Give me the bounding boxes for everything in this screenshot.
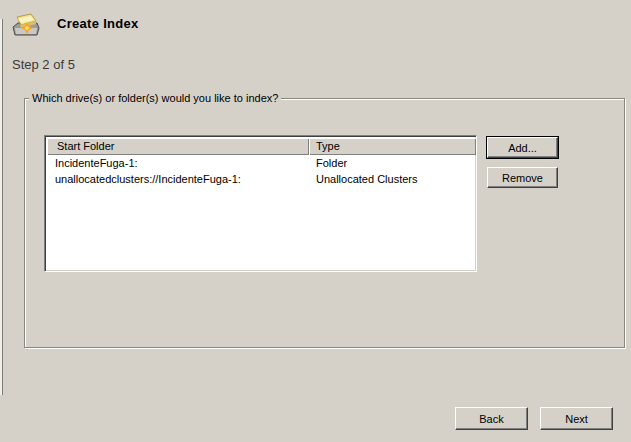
cell-start-folder: IncidenteFuga-1: xyxy=(47,155,309,171)
remove-button[interactable]: Remove xyxy=(487,167,558,188)
cell-start-folder: unallocatedclusters://IncidenteFuga-1: xyxy=(47,171,309,187)
column-header-start-folder[interactable]: Start Folder xyxy=(47,138,309,155)
next-button[interactable]: Next xyxy=(540,407,613,430)
back-button[interactable]: Back xyxy=(455,407,528,430)
step-indicator: Step 2 of 5 xyxy=(12,57,75,72)
cell-type: Folder xyxy=(309,155,476,171)
window-frame-edge xyxy=(2,19,3,395)
card-index-icon xyxy=(10,10,40,40)
add-button[interactable]: Add... xyxy=(487,137,558,158)
list-row[interactable]: unallocatedclusters://IncidenteFuga-1: U… xyxy=(47,171,476,187)
list-header: Start Folder Type xyxy=(47,138,476,155)
create-index-dialog: Create Index Step 2 of 5 Which drive(s) … xyxy=(0,0,631,442)
dialog-title: Create Index xyxy=(57,16,139,31)
column-header-type[interactable]: Type xyxy=(309,138,476,155)
source-list[interactable]: Start Folder Type IncidenteFuga-1: Folde… xyxy=(44,135,477,272)
list-row[interactable]: IncidenteFuga-1: Folder xyxy=(47,155,476,171)
cell-type: Unallocated Clusters xyxy=(309,171,476,187)
groupbox-label: Which drive(s) or folder(s) would you li… xyxy=(29,92,281,105)
